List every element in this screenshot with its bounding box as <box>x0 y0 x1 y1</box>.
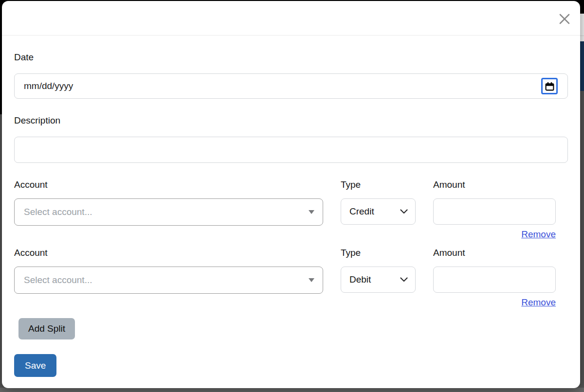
modal-header <box>2 1 580 36</box>
add-split-button[interactable]: Add Split <box>18 318 75 339</box>
account-select-2[interactable]: Select account... <box>14 267 323 294</box>
remove-link-2[interactable]: Remove <box>521 297 556 307</box>
amount-column: Amount Remove <box>433 179 556 241</box>
transaction-modal: Date Description Account <box>2 1 580 388</box>
remove-link-1[interactable]: Remove <box>521 229 556 239</box>
type-select-value: Credit <box>349 206 374 217</box>
amount-column: Amount Remove <box>433 247 556 309</box>
description-input[interactable] <box>14 137 568 163</box>
amount-input-1[interactable] <box>433 198 556 225</box>
type-column: Type Credit <box>341 179 416 225</box>
type-label: Type <box>341 179 416 191</box>
amount-label: Amount <box>433 179 556 191</box>
chevron-down-icon <box>400 277 408 282</box>
modal-body: Date Description Account <box>2 52 580 377</box>
backdrop-bottom <box>0 388 584 392</box>
split-row-1: Account Select account... Type Credit <box>14 179 568 241</box>
split-row-2: Account Select account... Type Debit <box>14 247 568 309</box>
amount-label: Amount <box>433 247 556 259</box>
type-select-2[interactable]: Debit <box>341 267 416 293</box>
close-icon <box>558 12 571 26</box>
account-label: Account <box>14 179 323 191</box>
type-select-value: Debit <box>349 274 371 285</box>
remove-row: Remove <box>433 229 556 241</box>
account-label: Account <box>14 247 323 259</box>
date-field-wrapper <box>14 73 568 99</box>
type-select-1[interactable]: Credit <box>341 198 416 225</box>
date-label: Date <box>14 52 568 63</box>
type-column: Type Debit <box>341 247 416 293</box>
chevron-down-icon <box>400 209 408 214</box>
account-select-1[interactable]: Select account... <box>14 198 323 226</box>
date-picker-button[interactable] <box>541 78 558 94</box>
remove-row: Remove <box>433 297 556 309</box>
account-select-placeholder: Select account... <box>24 275 92 285</box>
save-button[interactable]: Save <box>14 354 56 377</box>
close-button[interactable] <box>555 10 574 28</box>
description-label: Description <box>14 115 568 126</box>
amount-input-2[interactable] <box>433 267 556 293</box>
date-input[interactable] <box>14 73 568 99</box>
account-column: Account Select account... <box>14 247 323 294</box>
caret-down-icon <box>309 210 314 214</box>
caret-down-icon <box>309 278 314 282</box>
account-select-placeholder: Select account... <box>24 207 92 217</box>
account-column: Account Select account... <box>14 179 323 226</box>
type-label: Type <box>341 247 416 259</box>
calendar-icon <box>545 81 555 91</box>
